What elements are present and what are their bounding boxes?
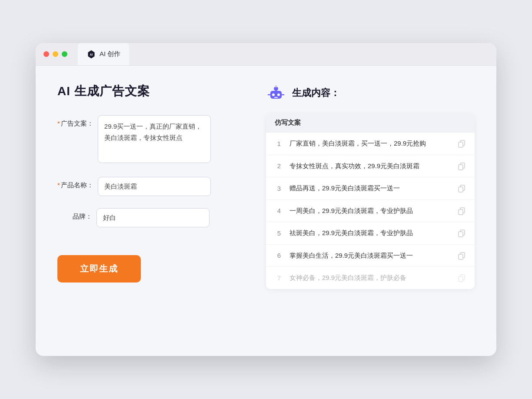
product-name-label: *产品名称： (57, 177, 93, 190)
row-num-4: 4 (275, 207, 283, 214)
row-text-1: 厂家直销，美白淡斑霜，买一送一，29.9元抢购 (289, 139, 451, 149)
brand-input-wrap (96, 208, 240, 227)
result-row-1: 1 厂家直销，美白淡斑霜，买一送一，29.9元抢购 (266, 133, 475, 155)
svg-rect-18 (459, 209, 463, 215)
result-title: 生成内容： (292, 86, 340, 100)
ad-copy-group: *广告文案： 29.9买一送一，真正的厂家直销，美白淡斑霜，专抹女性斑点 (57, 115, 240, 165)
tab-label: AI 创作 (100, 50, 120, 58)
robot-icon (266, 83, 286, 103)
main-content: AI 生成广告文案 *广告文案： 29.9买一送一，真正的厂家直销，美白淡斑霜，… (36, 66, 496, 352)
copy-icon-4[interactable] (457, 206, 466, 215)
result-row-2: 2 专抹女性斑点，真实功效，29.9元美白淡斑霜 (266, 155, 475, 178)
row-num-3: 3 (275, 185, 283, 192)
brand-group: 品牌： (57, 208, 240, 227)
left-panel: AI 生成广告文案 *广告文案： 29.9买一送一，真正的厂家直销，美白淡斑霜，… (57, 83, 240, 335)
result-header: 生成内容： (266, 83, 475, 103)
svg-point-8 (275, 85, 277, 87)
svg-point-4 (272, 93, 275, 96)
right-panel: 生成内容： 仿写文案 1 厂家直销，美白淡斑霜，买一送一，29.9元抢购 2 专… (266, 83, 475, 335)
result-table-header: 仿写文案 (266, 113, 475, 133)
result-row-7: 7 女神必备，29.9元美白淡斑霜，护肤必备 (266, 267, 475, 289)
brand-input[interactable] (96, 208, 209, 227)
row-num-5: 5 (275, 229, 283, 237)
row-num-7: 7 (275, 274, 283, 282)
product-name-group: *产品名称： (57, 177, 240, 196)
copy-icon-2[interactable] (457, 162, 466, 170)
result-row-3: 3 赠品再送，29.9元美白淡斑霜买一送一 (266, 177, 475, 200)
svg-rect-6 (274, 97, 278, 98)
ai-icon: AI (86, 50, 96, 59)
result-table: 仿写文案 1 厂家直销，美白淡斑霜，买一送一，29.9元抢购 2 专抹女性斑点，… (266, 113, 475, 289)
row-text-4: 一周美白，29.9元美白淡斑霜，专业护肤品 (289, 206, 451, 216)
ad-copy-input-wrap: 29.9买一送一，真正的厂家直销，美白淡斑霜，专抹女性斑点 (98, 115, 240, 165)
copy-icon-7[interactable] (457, 273, 466, 282)
row-text-3: 赠品再送，29.9元美白淡斑霜买一送一 (289, 183, 451, 193)
generate-button[interactable]: 立即生成 (57, 255, 141, 283)
close-button[interactable] (43, 51, 49, 57)
page-title: AI 生成广告文案 (57, 83, 240, 100)
row-text-7: 女神必备，29.9元美白淡斑霜，护肤必备 (289, 273, 451, 283)
row-num-1: 1 (275, 140, 283, 147)
copy-icon-6[interactable] (457, 251, 466, 260)
row-text-2: 专抹女性斑点，真实功效，29.9元美白淡斑霜 (289, 161, 451, 171)
svg-rect-20 (459, 232, 463, 237)
title-bar: AI AI 创作 (36, 43, 496, 66)
result-row-5: 5 祛斑美白，29.9元美白淡斑霜，专业护肤品 (266, 222, 475, 245)
result-row-6: 6 掌握美白生活，29.9元美白淡斑霜买一送一 (266, 245, 475, 267)
svg-rect-16 (459, 187, 463, 192)
row-num-2: 2 (275, 162, 283, 170)
browser-window: AI AI 创作 AI 生成广告文案 *广告文案： 29.9买一送一，真正的厂家… (36, 43, 496, 356)
required-star-2: * (57, 181, 60, 189)
minimize-button[interactable] (53, 51, 58, 57)
copy-icon-5[interactable] (457, 229, 466, 237)
svg-rect-14 (459, 165, 463, 170)
svg-rect-22 (459, 254, 463, 259)
row-text-5: 祛斑美白，29.9元美白淡斑霜，专业护肤品 (289, 228, 451, 238)
copy-icon-1[interactable] (457, 139, 466, 148)
ad-copy-textarea[interactable]: 29.9买一送一，真正的厂家直销，美白淡斑霜，专抹女性斑点 (98, 115, 211, 163)
row-text-6: 掌握美白生活，29.9元美白淡斑霜买一送一 (289, 251, 451, 261)
traffic-lights (43, 51, 67, 57)
ai-tab[interactable]: AI AI 创作 (78, 43, 129, 65)
row-num-6: 6 (275, 252, 283, 259)
ad-copy-label: *广告文案： (57, 115, 93, 128)
copy-icon-3[interactable] (457, 184, 466, 193)
result-row-4: 4 一周美白，29.9元美白淡斑霜，专业护肤品 (266, 200, 475, 223)
product-name-input[interactable] (98, 177, 211, 196)
svg-point-5 (277, 93, 280, 96)
svg-rect-24 (459, 276, 463, 282)
svg-rect-12 (459, 142, 463, 147)
svg-text:AI: AI (90, 53, 93, 56)
brand-label: 品牌： (57, 208, 92, 221)
product-name-input-wrap (98, 177, 240, 196)
required-star-1: * (57, 120, 60, 127)
maximize-button[interactable] (62, 51, 67, 57)
